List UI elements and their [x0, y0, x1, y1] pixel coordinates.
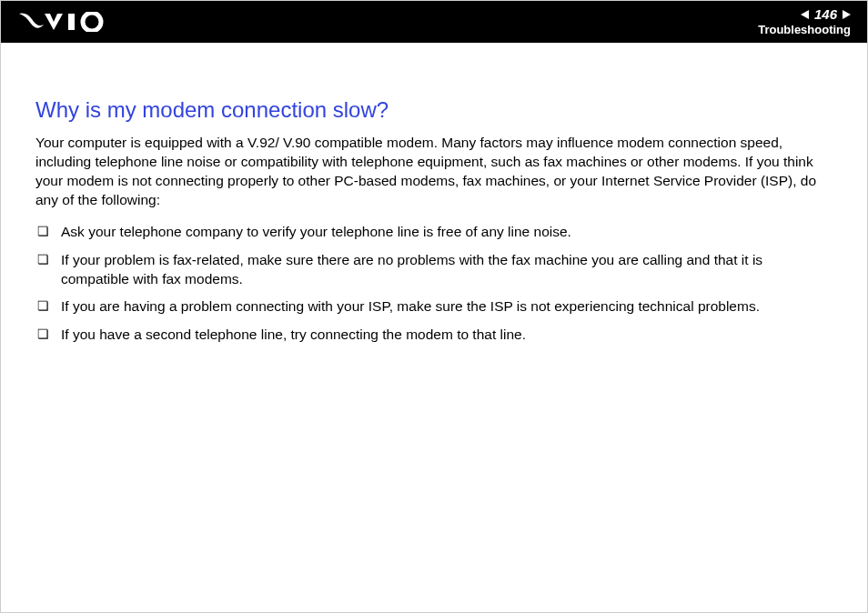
list-item: If you are having a problem connecting w… [35, 297, 833, 317]
bullet-list: Ask your telephone company to verify you… [35, 223, 833, 346]
page-number: 146 [814, 7, 837, 23]
svg-point-1 [83, 13, 101, 31]
section-name: Troubleshooting [758, 24, 851, 36]
prev-page-icon[interactable] [801, 10, 809, 19]
header-right: 146 Troubleshooting [758, 7, 851, 36]
list-item: Ask your telephone company to verify you… [35, 223, 833, 242]
page-navigation: 146 [801, 7, 851, 23]
list-item: If your problem is fax-related, make sur… [35, 251, 833, 289]
list-item: If you have a second telephone line, try… [35, 326, 833, 345]
intro-paragraph: Your computer is equipped with a V.92/ V… [35, 134, 833, 210]
page-header: 146 Troubleshooting [1, 1, 867, 43]
next-page-icon[interactable] [843, 10, 851, 19]
svg-rect-0 [68, 14, 75, 30]
page-heading: Why is my modem connection slow? [35, 97, 833, 123]
vaio-logo [19, 12, 106, 32]
page-content: Why is my modem connection slow? Your co… [1, 43, 867, 372]
